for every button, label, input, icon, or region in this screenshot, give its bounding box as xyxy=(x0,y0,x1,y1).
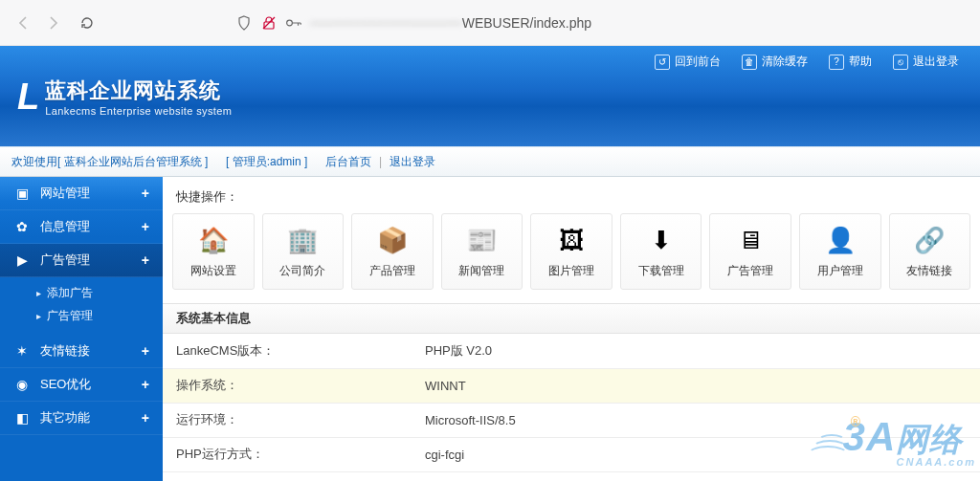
sysinfo-title: 系统基本信息 xyxy=(163,303,980,334)
sidebar-item-ad-mgmt[interactable]: ▶广告管理+ xyxy=(0,244,163,277)
quick-label: 用户管理 xyxy=(817,263,863,279)
sysinfo-value: cgi-fcgi xyxy=(412,437,980,471)
sidebar-item-label: 友情链接 xyxy=(40,342,90,360)
sysinfo-key: PHP运行方式： xyxy=(163,437,412,471)
quick-icon: 🖼 xyxy=(555,225,588,257)
sysinfo-value: PHP版 V2.0 xyxy=(412,334,980,368)
quick-icon: 🔗 xyxy=(913,225,946,257)
sysinfo-table: LankeCMS版本：PHP版 V2.0操作系统：WINNT运行环境：Micro… xyxy=(163,334,980,472)
quick-label: 网站设置 xyxy=(190,263,236,279)
logo: L 蓝科企业网站系统 Lankecms Enterprise website s… xyxy=(17,77,232,117)
sidebar-subitem-add-ad[interactable]: 添加广告 xyxy=(0,281,163,304)
quick-icon: 🏠 xyxy=(197,225,230,257)
sidebar-item-label: SEO优化 xyxy=(40,376,91,393)
sidebar-icon: ◧ xyxy=(13,409,31,426)
sidebar-icon: ▶ xyxy=(13,251,31,269)
sysinfo-value: Microsoft-IIS/8.5 xyxy=(412,403,980,437)
quick-icon: 🏢 xyxy=(286,225,319,257)
forward-button[interactable] xyxy=(38,9,67,37)
sidebar-item-label: 网站管理 xyxy=(40,185,90,202)
admin-text: [ 管理员:admin ] xyxy=(226,154,307,170)
sidebar-item-site-mgmt[interactable]: ▣网站管理+ xyxy=(0,177,163,210)
quick-label: 新闻管理 xyxy=(458,263,504,279)
sidebar-item-info-mgmt[interactable]: ✿信息管理+ xyxy=(0,210,163,244)
main-content: 快捷操作： 🏠网站设置🏢公司简介📦产品管理📰新闻管理🖼图片管理⬇下载管理🖥广告管… xyxy=(163,177,980,481)
expand-icon: + xyxy=(142,410,149,426)
svg-line-1 xyxy=(263,17,275,29)
sidebar-item-seo[interactable]: ◉SEO优化+ xyxy=(0,368,163,402)
quick-label: 广告管理 xyxy=(727,263,773,279)
logo-title-en: Lankecms Enterprise website system xyxy=(45,105,232,117)
sysinfo-row: LankeCMS版本：PHP版 V2.0 xyxy=(163,334,980,368)
svg-point-2 xyxy=(287,20,293,26)
quick-card-download-mgmt[interactable]: ⬇下载管理 xyxy=(620,213,702,290)
quick-label: 公司简介 xyxy=(279,263,325,279)
logout-link[interactable]: 退出登录 xyxy=(390,154,435,170)
sidebar-icon: ✶ xyxy=(13,342,31,360)
quick-ops-grid: 🏠网站设置🏢公司简介📦产品管理📰新闻管理🖼图片管理⬇下载管理🖥广告管理👤用户管理… xyxy=(163,213,980,303)
admin-home-link[interactable]: 后台首页 xyxy=(325,154,371,170)
expand-icon: + xyxy=(142,252,149,268)
quick-label: 友情链接 xyxy=(906,263,952,279)
exit-icon: ⎋ xyxy=(893,55,908,70)
quick-card-image-mgmt[interactable]: 🖼图片管理 xyxy=(530,213,612,290)
top-act-label: 回到前台 xyxy=(675,54,721,70)
quick-icon: 🖥 xyxy=(734,225,767,257)
lock-icon[interactable] xyxy=(260,14,278,32)
top-actions: ↺回到前台 🗑清除缓存 ?帮助 ⎋退出登录 xyxy=(655,54,959,70)
quick-icon: 📦 xyxy=(376,225,409,257)
top-act-label: 清除缓存 xyxy=(762,54,808,70)
quick-icon: 📰 xyxy=(465,225,498,257)
sidebar-icon: ◉ xyxy=(13,376,31,393)
quick-label: 下载管理 xyxy=(638,263,684,279)
back-button[interactable] xyxy=(10,9,38,37)
sidebar-item-friend-links[interactable]: ✶友情链接+ xyxy=(0,335,163,368)
welcome-text: 欢迎使用[ 蓝科企业网站后台管理系统 ] xyxy=(11,154,208,170)
sidebar-icon: ▣ xyxy=(13,185,31,202)
quick-card-ad-mgmt-q[interactable]: 🖥广告管理 xyxy=(709,213,791,290)
app-header: L 蓝科企业网站系统 Lankecms Enterprise website s… xyxy=(0,46,980,146)
reload-button[interactable] xyxy=(73,9,101,37)
quick-card-news-mgmt[interactable]: 📰新闻管理 xyxy=(441,213,523,290)
quick-label: 产品管理 xyxy=(369,263,415,279)
sysinfo-row: 操作系统：WINNT xyxy=(163,368,980,403)
quick-card-site-settings[interactable]: 🏠网站设置 xyxy=(172,213,255,290)
expand-icon: + xyxy=(142,343,149,359)
expand-icon: + xyxy=(142,377,149,392)
trash-icon: 🗑 xyxy=(742,55,757,70)
help-icon: ? xyxy=(829,55,844,70)
quick-icon: 👤 xyxy=(824,225,857,257)
reload-icon: ↺ xyxy=(655,55,670,70)
help-button[interactable]: ?帮助 xyxy=(829,54,872,70)
sidebar: ▣网站管理+✿信息管理+▶广告管理+添加广告广告管理✶友情链接+◉SEO优化+◧… xyxy=(0,177,163,481)
goto-front-button[interactable]: ↺回到前台 xyxy=(655,54,721,70)
quick-icon: ⬇ xyxy=(645,225,678,257)
sidebar-subitem-manage-ad[interactable]: 广告管理 xyxy=(0,304,163,327)
quick-card-product-mgmt[interactable]: 📦产品管理 xyxy=(351,213,434,290)
sysinfo-key: 操作系统： xyxy=(163,368,412,403)
sidebar-item-other[interactable]: ◧其它功能+ xyxy=(0,402,163,435)
shield-icon[interactable] xyxy=(235,14,253,32)
expand-icon: + xyxy=(142,219,149,234)
sidebar-item-label: 广告管理 xyxy=(40,251,90,269)
quick-card-friend-links-q[interactable]: 🔗友情链接 xyxy=(889,213,971,290)
browser-toolbar: ────────────────WEBUSER/index.php xyxy=(0,0,980,46)
key-icon xyxy=(285,14,302,32)
quick-ops-title: 快捷操作： xyxy=(163,177,980,213)
quick-card-company-profile[interactable]: 🏢公司简介 xyxy=(262,213,345,290)
logo-title-cn: 蓝科企业网站系统 xyxy=(45,77,232,105)
separator: | xyxy=(379,155,382,168)
breadcrumb: 欢迎使用[ 蓝科企业网站后台管理系统 ] [ 管理员:admin ] 后台首页 … xyxy=(0,146,980,177)
expand-icon: + xyxy=(142,186,149,201)
sysinfo-value: WINNT xyxy=(412,368,980,403)
top-act-label: 帮助 xyxy=(849,54,872,70)
logout-button[interactable]: ⎋退出登录 xyxy=(893,54,959,70)
logo-mark-icon: L xyxy=(17,78,39,115)
quick-card-user-mgmt[interactable]: 👤用户管理 xyxy=(799,213,881,290)
clear-cache-button[interactable]: 🗑清除缓存 xyxy=(742,54,808,70)
sidebar-item-label: 其它功能 xyxy=(40,409,90,426)
sysinfo-row: PHP运行方式：cgi-fcgi xyxy=(163,437,980,471)
url-display[interactable]: ────────────────WEBUSER/index.php xyxy=(310,15,591,31)
sidebar-item-label: 信息管理 xyxy=(40,218,90,235)
top-act-label: 退出登录 xyxy=(913,54,959,70)
